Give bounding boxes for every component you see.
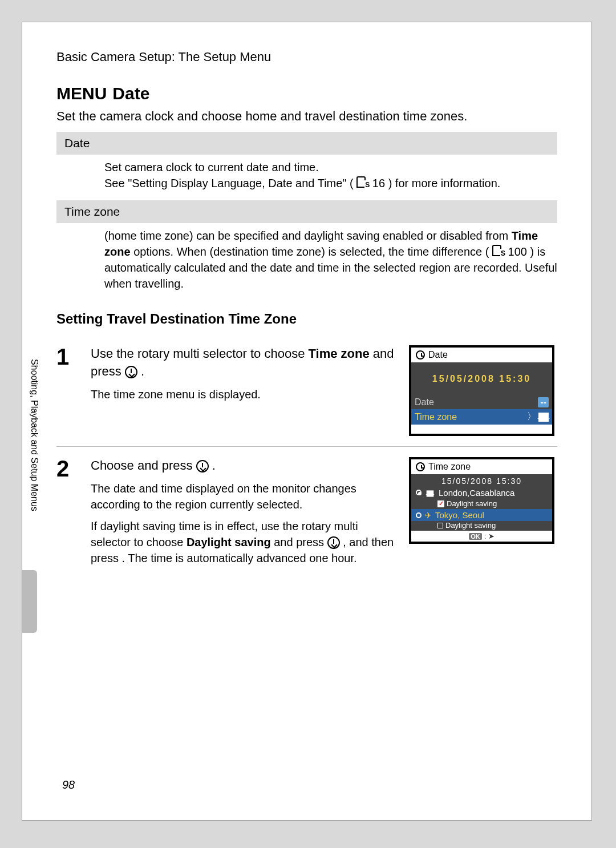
radio-off-icon — [416, 512, 422, 518]
step-number: 2 — [56, 457, 79, 566]
date-line1: Set camera clock to current date and tim… — [104, 159, 557, 175]
lcd-home-dst-label: Daylight saving — [447, 499, 497, 508]
lcd-home-dst: ✓ Daylight saving — [411, 499, 552, 509]
lcd-screenshot-2: Time zone 15/05/2008 15:30 London,Casabl… — [409, 457, 557, 566]
s2-sub2-bold: Daylight saving — [187, 536, 271, 548]
lcd-timezone-menu: Time zone 15/05/2008 15:30 London,Casabl… — [409, 457, 554, 544]
lcd-row-timezone[interactable]: Time zone 〉 — [411, 409, 552, 425]
ok-button-icon — [327, 536, 340, 549]
setup-icon — [492, 245, 505, 257]
manual-page: Basic Camera Setup: The Setup Menu MENU … — [22, 22, 592, 821]
date-line2: See "Setting Display Language, Date and … — [104, 175, 557, 191]
lcd-title: Date — [428, 350, 448, 360]
lcd-foot — [411, 425, 552, 434]
s2-sub1: The date and time displayed on the monit… — [91, 480, 398, 512]
section-bar-timezone: Time zone — [56, 200, 557, 223]
lcd-dest-dst-label: Daylight saving — [445, 521, 496, 530]
s2-sub2-b: and press — [274, 536, 327, 548]
page-number: 98 — [62, 778, 75, 792]
confirm-arrow-icon: : ➤ — [484, 532, 495, 540]
lcd-screenshot-1: Date 15/05/2008 15:30 Date -- Time zone … — [409, 345, 557, 436]
lcd-row-tz-label: Time zone — [415, 412, 457, 422]
s2-text-c: . — [212, 458, 216, 473]
home-icon — [538, 413, 549, 422]
checkbox-on-icon: ✓ — [437, 500, 444, 507]
section-body-timezone: (home time zone) can be specified and da… — [56, 225, 557, 297]
sidebar-section-label: Shooting, Playback and Setup Menus — [29, 359, 39, 570]
s2-sub2: If daylight saving time is in effect, us… — [91, 518, 398, 566]
radio-on-icon — [416, 490, 422, 495]
lcd-datetime: 15/05/2008 15:30 — [411, 362, 552, 395]
edge-tab — [22, 570, 37, 633]
ok-button-icon — [196, 460, 209, 473]
tz-text-c: (destination time zone) is selected, the… — [210, 245, 489, 258]
clock-icon — [416, 350, 425, 360]
lcd-datetime: 15/05/2008 15:30 — [411, 474, 552, 486]
clock-icon — [416, 462, 425, 471]
s1-sub: The time zone menu is displayed. — [91, 386, 398, 402]
s1-text-a: Use the rotary multi selector to choose — [91, 346, 309, 361]
lcd-title-bar: Time zone — [411, 459, 552, 474]
date-line2-ref: 16 — [372, 177, 385, 189]
setup-icon — [356, 176, 369, 189]
s2-text-a: Choose — [91, 458, 137, 473]
step-text: Choose and press . The date and time dis… — [91, 457, 398, 566]
tz-text-ref: 100 — [508, 245, 527, 258]
lcd-body: 15/05/2008 15:30 Date -- Time zone 〉 — [411, 362, 552, 425]
step-2: 2 Choose and press . The date and time d… — [56, 447, 557, 576]
lcd-title: Time zone — [428, 462, 471, 472]
section-bar-date: Date — [56, 132, 557, 155]
ok-badge: OK — [469, 533, 482, 540]
lcd-body: 15/05/2008 15:30 London,Casablanca ✓ Day… — [411, 474, 552, 531]
lcd-dest-dst: Daylight saving — [411, 521, 552, 531]
home-icon — [427, 490, 434, 496]
lcd-date-menu: Date 15/05/2008 15:30 Date -- Time zone … — [409, 345, 554, 436]
lcd-foot: OK : ➤ — [411, 531, 552, 542]
page-title: Date — [112, 84, 149, 103]
lcd-dest-zone[interactable]: ✈ Tokyo, Seoul — [411, 509, 552, 521]
intro-text: Set the camera clock and choose home and… — [56, 109, 557, 124]
steps-list: 1 Use the rotary multi selector to choos… — [56, 335, 557, 576]
date-line2-b: ) for more information. — [388, 177, 501, 189]
step-text: Use the rotary multi selector to choose … — [91, 345, 398, 436]
s2-sub2-d: . The time is automatically advanced one… — [121, 552, 356, 564]
lcd-home-label: London,Casablanca — [439, 488, 514, 498]
menu-label: MENU — [56, 84, 107, 103]
lcd-dash-indicator: -- — [538, 397, 549, 407]
ok-button-icon — [125, 366, 137, 378]
lcd-row-date[interactable]: Date -- — [411, 395, 552, 409]
step-number: 1 — [56, 345, 79, 436]
section-title: MENU Date — [56, 84, 557, 103]
subheading: Setting Travel Destination Time Zone — [56, 311, 557, 327]
step-1: 1 Use the rotary multi selector to choos… — [56, 335, 557, 447]
lcd-row-date-label: Date — [415, 397, 434, 407]
lcd-home-zone[interactable]: London,Casablanca — [411, 486, 552, 499]
s1-text-bold: Time zone — [309, 346, 370, 361]
breadcrumb: Basic Camera Setup: The Setup Menu — [56, 50, 557, 64]
section-body-date: Set camera clock to current date and tim… — [56, 157, 557, 197]
date-line2-a: See "Setting Display Language, Date and … — [104, 177, 354, 189]
airplane-icon: ✈ — [425, 511, 432, 520]
lcd-dest-label: Tokyo, Seoul — [435, 510, 484, 520]
checkbox-off-icon — [437, 523, 443, 528]
lcd-title-bar: Date — [411, 348, 552, 362]
tz-text-b: options. When — [133, 245, 209, 258]
s1-text-c: . — [141, 364, 144, 378]
tz-text-a: (home time zone) can be specified and da… — [104, 229, 512, 242]
s2-text-b: and press — [137, 458, 196, 473]
